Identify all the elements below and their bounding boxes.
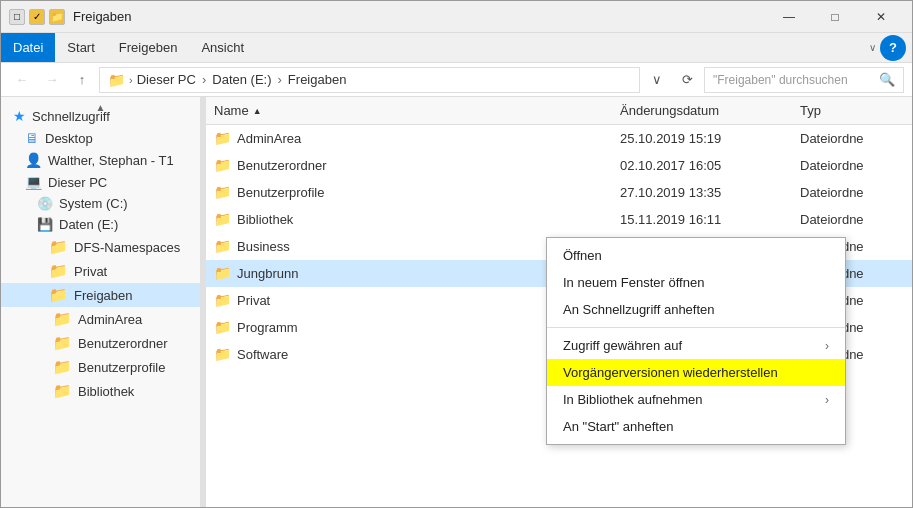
folder-icon: 📁 xyxy=(214,130,231,146)
ctx-item-neues-fenster[interactable]: In neuem Fenster öffnen xyxy=(547,269,845,296)
folder-bibliothek-icon: 📁 xyxy=(53,382,72,400)
address-path[interactable]: 📁 › Dieser PC › Daten (E:) › Freigaben xyxy=(99,67,640,93)
sidebar-item-privat[interactable]: 📁 Privat xyxy=(1,259,200,283)
context-menu: Öffnen In neuem Fenster öffnen An Schnel… xyxy=(546,237,846,445)
search-placeholder: "Freigaben" durchsuchen xyxy=(713,73,875,87)
folder-adminarea-icon: 📁 xyxy=(53,310,72,328)
refresh-button[interactable]: ⟳ xyxy=(674,67,700,93)
menu-item-ansicht[interactable]: Ansicht xyxy=(189,33,256,62)
sidebar: ▲ ★ Schnellzugriff 🖥 Desktop 👤 Walther, … xyxy=(1,97,201,507)
sidebar-item-system-c[interactable]: 💿 System (C:) xyxy=(1,193,200,214)
sort-arrow: ▲ xyxy=(253,106,262,116)
path-daten[interactable]: Daten (E:) xyxy=(212,72,271,87)
ctx-item-zugriff[interactable]: Zugriff gewähren auf › xyxy=(547,332,845,359)
col-header-date[interactable]: Änderungsdatum xyxy=(612,101,792,120)
menu-item-datei[interactable]: Datei xyxy=(1,33,55,62)
col-header-name[interactable]: Name ▲ xyxy=(206,101,612,120)
explorer-window: □ ✓ 📁 Freigaben — □ ✕ Datei Start Freige… xyxy=(0,0,913,508)
folder-icon: 📁 xyxy=(214,292,231,308)
path-arrow-1: › xyxy=(129,74,133,86)
table-row[interactable]: 📁 Benutzerordner 02.10.2017 16:05 Dateio… xyxy=(206,152,912,179)
path-folder-icon: 📁 xyxy=(108,72,125,88)
sidebar-label-dieser-pc: Dieser PC xyxy=(48,175,107,190)
folder-icon: 📁 xyxy=(214,265,231,281)
drive-c-icon: 💿 xyxy=(37,196,53,211)
folder-icon: 📁 xyxy=(214,211,231,227)
folder-icon: 📁 xyxy=(214,238,231,254)
sidebar-item-dieser-pc[interactable]: 💻 Dieser PC xyxy=(1,171,200,193)
sidebar-item-desktop[interactable]: 🖥 Desktop xyxy=(1,127,200,149)
maximize-button[interactable]: □ xyxy=(812,1,858,33)
sidebar-label-dfs: DFS-Namespaces xyxy=(74,240,180,255)
sidebar-item-benutzerordner[interactable]: 📁 Benutzerordner xyxy=(1,331,200,355)
sidebar-item-bibliothek[interactable]: 📁 Bibliothek xyxy=(1,379,200,403)
ctx-arrow-bibliothek: › xyxy=(825,393,829,407)
ctx-item-vorgaenger[interactable]: Vorgängerversionen wiederherstellen xyxy=(547,359,845,386)
sidebar-label-system-c: System (C:) xyxy=(59,196,128,211)
sidebar-label-benutzerordner: Benutzerordner xyxy=(78,336,168,351)
back-button[interactable]: ← xyxy=(9,67,35,93)
sidebar-item-benutzerprofile[interactable]: 📁 Benutzerprofile xyxy=(1,355,200,379)
close-button[interactable]: ✕ xyxy=(858,1,904,33)
folder-icon: 📁 xyxy=(214,184,231,200)
main-area: ▲ ★ Schnellzugriff 🖥 Desktop 👤 Walther, … xyxy=(1,97,912,507)
window-title: Freigaben xyxy=(73,9,766,24)
tb-icon-1: □ xyxy=(9,9,25,25)
menu-item-freigeben[interactable]: Freigeben xyxy=(107,33,190,62)
folder-privat-icon: 📁 xyxy=(49,262,68,280)
ctx-item-start-anheften[interactable]: An "Start" anheften xyxy=(547,413,845,440)
address-bar: ← → ↑ 📁 › Dieser PC › Daten (E:) › Freig… xyxy=(1,63,912,97)
table-row[interactable]: 📁 Benutzerprofile 27.10.2019 13:35 Datei… xyxy=(206,179,912,206)
sidebar-label-daten-e: Daten (E:) xyxy=(59,217,118,232)
ctx-item-schnellzugriff[interactable]: An Schnellzugriff anheften xyxy=(547,296,845,323)
table-row[interactable]: 📁 Bibliothek 15.11.2019 16:11 Dateiordne xyxy=(206,206,912,233)
desktop-icon: 🖥 xyxy=(25,130,39,146)
help-button[interactable]: ? xyxy=(880,35,906,61)
search-icon[interactable]: 🔍 xyxy=(879,72,895,87)
menu-item-start[interactable]: Start xyxy=(55,33,106,62)
ctx-item-offnen[interactable]: Öffnen xyxy=(547,242,845,269)
sidebar-label-benutzerprofile: Benutzerprofile xyxy=(78,360,165,375)
folder-freigaben-icon: 📁 xyxy=(49,286,68,304)
path-dieser-pc[interactable]: Dieser PC xyxy=(137,72,196,87)
sidebar-label-bibliothek: Bibliothek xyxy=(78,384,134,399)
path-sep-1: › xyxy=(202,72,206,87)
sidebar-item-freigaben[interactable]: 📁 Freigaben xyxy=(1,283,200,307)
folder-benutzerordner-icon: 📁 xyxy=(53,334,72,352)
folder-icon: 📁 xyxy=(214,157,231,173)
address-chevron[interactable]: ∨ xyxy=(644,67,670,93)
pc-icon: 💻 xyxy=(25,174,42,190)
file-list-header: Name ▲ Änderungsdatum Typ xyxy=(206,97,912,125)
search-box[interactable]: "Freigaben" durchsuchen 🔍 xyxy=(704,67,904,93)
ctx-arrow-zugriff: › xyxy=(825,339,829,353)
folder-icon: 📁 xyxy=(214,346,231,362)
minimize-button[interactable]: — xyxy=(766,1,812,33)
drive-e-icon: 💾 xyxy=(37,217,53,232)
forward-button[interactable]: → xyxy=(39,67,65,93)
folder-benutzerprofile-icon: 📁 xyxy=(53,358,72,376)
col-header-type[interactable]: Typ xyxy=(792,101,912,120)
folder-icon: 📁 xyxy=(214,319,231,335)
ctx-separator-1 xyxy=(547,327,845,328)
folder-dfs-icon: 📁 xyxy=(49,238,68,256)
menu-chevron[interactable]: ∨ xyxy=(869,42,876,53)
sidebar-label-desktop: Desktop xyxy=(45,131,93,146)
title-bar: □ ✓ 📁 Freigaben — □ ✕ xyxy=(1,1,912,33)
sidebar-item-daten-e[interactable]: 💾 Daten (E:) xyxy=(1,214,200,235)
sidebar-label-privat: Privat xyxy=(74,264,107,279)
path-freigaben[interactable]: Freigaben xyxy=(288,72,347,87)
tb-icon-3: 📁 xyxy=(49,9,65,25)
sidebar-item-walther[interactable]: 👤 Walther, Stephan - T1 xyxy=(1,149,200,171)
tb-icon-2: ✓ xyxy=(29,9,45,25)
up-button[interactable]: ↑ xyxy=(69,67,95,93)
title-bar-icons: □ ✓ 📁 xyxy=(9,9,65,25)
sidebar-scroll-up[interactable]: ▲ xyxy=(1,97,200,117)
person-icon: 👤 xyxy=(25,152,42,168)
ctx-item-bibliothek[interactable]: In Bibliothek aufnehmen › xyxy=(547,386,845,413)
sidebar-label-walther: Walther, Stephan - T1 xyxy=(48,153,174,168)
table-row[interactable]: 📁 AdminArea 25.10.2019 15:19 Dateiordne xyxy=(206,125,912,152)
menu-bar: Datei Start Freigeben Ansicht ∨ ? xyxy=(1,33,912,63)
path-sep-2: › xyxy=(278,72,282,87)
sidebar-item-adminarea[interactable]: 📁 AdminArea xyxy=(1,307,200,331)
sidebar-item-dfs[interactable]: 📁 DFS-Namespaces xyxy=(1,235,200,259)
